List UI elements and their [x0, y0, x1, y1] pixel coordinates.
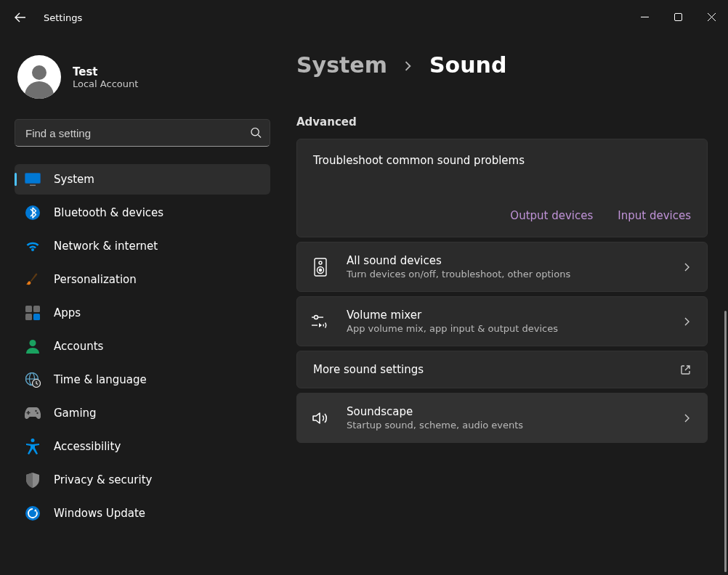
sidebar-item-privacy[interactable]: Privacy & security	[15, 465, 270, 495]
paintbrush-icon	[25, 272, 41, 288]
sidebar-item-gaming[interactable]: Gaming	[15, 398, 270, 428]
sidebar-item-label: Time & language	[54, 373, 147, 386]
sidebar-item-windows-update[interactable]: Windows Update	[15, 498, 270, 529]
titlebar: Settings	[0, 0, 728, 35]
bluetooth-icon	[25, 205, 41, 221]
accessibility-icon	[25, 439, 41, 454]
window-title: Settings	[44, 12, 82, 23]
chevron-right-icon	[682, 414, 691, 423]
close-button[interactable]	[695, 0, 728, 33]
sidebar-item-personalization[interactable]: Personalization	[15, 264, 270, 295]
svg-point-21	[320, 269, 322, 271]
sound-icon	[310, 408, 331, 428]
section-header-advanced: Advanced	[296, 115, 708, 129]
chevron-right-icon	[682, 263, 691, 272]
svg-point-15	[36, 412, 38, 414]
search-icon	[251, 128, 262, 139]
gamepad-icon	[25, 405, 41, 421]
apps-icon	[25, 305, 41, 321]
sidebar-item-label: System	[54, 173, 94, 186]
troubleshoot-title: Troubleshoot common sound problems	[313, 154, 691, 167]
speaker-device-icon	[310, 257, 331, 277]
svg-rect-3	[25, 174, 40, 183]
breadcrumb-parent[interactable]: System	[296, 52, 387, 78]
sidebar: Test Local Account System Bluetooth &	[0, 35, 283, 575]
svg-point-14	[35, 410, 36, 412]
update-icon	[25, 505, 41, 521]
maximize-button[interactable]	[661, 0, 695, 33]
chevron-right-icon	[682, 317, 691, 326]
row-title: More sound settings	[313, 363, 664, 376]
sidebar-item-network[interactable]: Network & internet	[15, 231, 270, 261]
system-icon	[25, 171, 41, 187]
row-subtitle: Turn devices on/off, troubleshoot, other…	[347, 269, 666, 280]
row-subtitle: App volume mix, app input & output devic…	[347, 323, 666, 334]
sidebar-item-label: Network & internet	[54, 240, 158, 253]
troubleshoot-card: Troubleshoot common sound problems Outpu…	[296, 139, 708, 237]
person-icon	[25, 338, 41, 354]
volume-mixer-row[interactable]: Volume mixer App volume mix, app input &…	[296, 296, 708, 346]
breadcrumb-current: Sound	[429, 52, 506, 78]
sidebar-item-bluetooth[interactable]: Bluetooth & devices	[15, 197, 270, 228]
sidebar-item-apps[interactable]: Apps	[15, 298, 270, 328]
sidebar-item-accounts[interactable]: Accounts	[15, 331, 270, 362]
soundscape-row[interactable]: Soundscape Startup sound, scheme, audio …	[296, 393, 708, 443]
chevron-right-icon	[403, 61, 413, 71]
row-subtitle: Startup sound, scheme, audio events	[347, 420, 666, 431]
svg-point-10	[30, 340, 36, 346]
breadcrumb: System Sound	[296, 52, 708, 78]
back-button[interactable]	[6, 3, 35, 32]
search-field-wrap	[15, 119, 270, 147]
svg-point-1	[251, 128, 259, 135]
avatar	[17, 55, 61, 99]
sidebar-item-accessibility[interactable]: Accessibility	[15, 431, 270, 462]
sidebar-item-label: Accessibility	[54, 440, 121, 453]
globe-clock-icon	[25, 372, 41, 388]
svg-rect-7	[33, 306, 40, 312]
wifi-icon	[25, 238, 41, 254]
sidebar-item-label: Gaming	[54, 407, 97, 420]
minimize-button[interactable]	[628, 0, 661, 33]
search-input[interactable]	[15, 119, 270, 147]
sidebar-item-label: Bluetooth & devices	[54, 206, 163, 219]
mixer-icon	[310, 311, 331, 332]
profile-subtitle: Local Account	[73, 78, 138, 89]
sidebar-item-system[interactable]: System	[15, 164, 270, 195]
shield-icon	[25, 472, 41, 488]
svg-rect-4	[30, 185, 36, 187]
input-devices-link[interactable]: Input devices	[618, 209, 691, 222]
scrollbar[interactable]	[724, 311, 727, 572]
profile-block[interactable]: Test Local Account	[15, 49, 270, 119]
sidebar-item-label: Accounts	[54, 340, 103, 353]
profile-name: Test	[73, 65, 138, 78]
sidebar-item-label: Windows Update	[54, 507, 145, 520]
main-content: System Sound Advanced Troubleshoot commo…	[283, 35, 728, 575]
svg-point-16	[31, 439, 35, 442]
svg-rect-9	[33, 314, 40, 320]
svg-rect-8	[25, 314, 32, 320]
sidebar-item-time-language[interactable]: Time & language	[15, 364, 270, 395]
sidebar-item-label: Personalization	[54, 273, 137, 286]
row-title: Volume mixer	[347, 309, 666, 322]
row-title: All sound devices	[347, 254, 666, 267]
svg-point-22	[315, 315, 318, 319]
row-title: Soundscape	[347, 405, 666, 418]
output-devices-link[interactable]: Output devices	[510, 209, 593, 222]
svg-rect-6	[25, 306, 32, 312]
sidebar-item-label: Privacy & security	[54, 473, 152, 486]
external-link-icon	[680, 364, 691, 375]
svg-rect-0	[674, 13, 682, 20]
svg-point-17	[25, 506, 40, 521]
svg-point-19	[319, 261, 322, 264]
sidebar-item-label: Apps	[54, 306, 81, 319]
window-controls	[628, 0, 728, 35]
more-sound-settings-row[interactable]: More sound settings	[296, 351, 708, 388]
nav-list: System Bluetooth & devices Network & int…	[15, 164, 270, 529]
all-sound-devices-row[interactable]: All sound devices Turn devices on/off, t…	[296, 242, 708, 292]
